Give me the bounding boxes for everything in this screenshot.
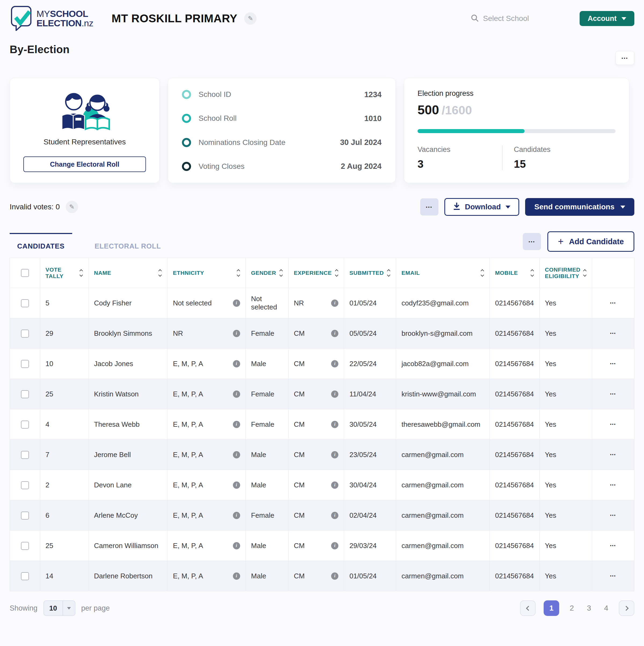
info-icon[interactable]: i xyxy=(233,330,240,337)
row-checkbox[interactable] xyxy=(21,330,29,338)
col-name[interactable]: NAME xyxy=(89,258,168,288)
cell-mobile: 0214567684 xyxy=(490,318,539,349)
row-checkbox[interactable] xyxy=(21,481,29,489)
info-icon[interactable]: i xyxy=(331,421,338,428)
ellipsis-icon: ••• xyxy=(529,239,535,244)
sort-icon xyxy=(80,270,83,276)
info-icon[interactable]: i xyxy=(331,481,338,489)
select-school-input[interactable] xyxy=(483,14,547,23)
col-ethnicity[interactable]: ETHNICITY xyxy=(168,258,245,288)
info-icon[interactable]: i xyxy=(233,451,240,458)
info-icon[interactable]: i xyxy=(233,360,240,367)
search-icon xyxy=(471,14,479,23)
info-icon[interactable]: i xyxy=(233,421,240,428)
info-icon[interactable]: i xyxy=(331,360,338,367)
row-more-button[interactable]: ••• xyxy=(598,361,629,366)
prev-page-button[interactable] xyxy=(520,601,536,616)
row-more-button[interactable]: ••• xyxy=(598,543,629,548)
row-checkbox[interactable] xyxy=(21,299,29,307)
edit-school-name-button[interactable]: ✎ xyxy=(244,12,256,25)
page-4-button[interactable]: 4 xyxy=(602,604,611,613)
cell-gender: Male xyxy=(245,440,288,470)
info-icon[interactable]: i xyxy=(331,330,338,337)
cell-mobile: 0214567684 xyxy=(490,379,539,409)
tab-electoral-roll[interactable]: ELECTORAL ROLL xyxy=(87,233,169,250)
row-more-button[interactable]: ••• xyxy=(598,574,629,578)
info-icon[interactable]: i xyxy=(331,512,338,519)
row-checkbox[interactable] xyxy=(21,360,29,368)
info-icon[interactable]: i xyxy=(233,542,240,549)
page-2-button[interactable]: 2 xyxy=(567,604,576,613)
col-mobile[interactable]: MOBILE xyxy=(490,258,539,288)
add-candidate-button[interactable]: + Add Candidate xyxy=(547,231,634,252)
col-confirmed-eligibility[interactable]: CONFIRMED ELIGIBILITY xyxy=(539,258,592,288)
cell-gender: Not selected xyxy=(245,288,288,318)
ring-icon xyxy=(182,90,191,99)
tab-candidates[interactable]: CANDIDATES xyxy=(10,233,72,250)
col-gender[interactable]: GENDER xyxy=(245,258,288,288)
cell-vote-tally: 10 xyxy=(40,349,89,379)
row-checkbox[interactable] xyxy=(21,421,29,429)
download-button[interactable]: Download xyxy=(444,198,520,216)
info-icon[interactable]: i xyxy=(233,391,240,398)
election-more-button[interactable]: ••• xyxy=(616,51,634,65)
cell-actions: ••• xyxy=(592,500,634,531)
cell-submitted: 30/04/24 xyxy=(344,470,396,500)
send-communications-button[interactable]: Send communications xyxy=(525,198,634,216)
row-more-button[interactable]: ••• xyxy=(598,422,629,426)
info-icon[interactable]: i xyxy=(331,542,338,549)
row-checkbox[interactable] xyxy=(21,542,29,550)
cell-experience: CMi xyxy=(288,561,344,591)
col-submitted[interactable]: SUBMITTED xyxy=(344,258,396,288)
row-checkbox[interactable] xyxy=(21,512,29,520)
next-page-button[interactable] xyxy=(619,601,634,616)
row-more-button[interactable]: ••• xyxy=(598,483,629,487)
row-more-button[interactable]: ••• xyxy=(598,513,629,518)
progress-stats: Vacancies 3 Candidates 15 xyxy=(418,145,616,170)
row-more-button[interactable]: ••• xyxy=(598,392,629,396)
col-experience[interactable]: EXPERIENCE xyxy=(288,258,344,288)
table-footer: Showing 10 per page 1 2 3 4 xyxy=(10,601,634,627)
table-more-button[interactable]: ••• xyxy=(523,233,541,250)
row-more-button[interactable]: ••• xyxy=(598,301,629,305)
cell-vote-tally: 14 xyxy=(40,561,89,591)
row-checkbox[interactable] xyxy=(21,451,29,459)
info-icon[interactable]: i xyxy=(331,451,338,458)
cell-email: theresawebb@gmail.com xyxy=(396,409,490,440)
logo-wordmark: MYSCHOOL ELECTION.nz xyxy=(36,9,93,28)
row-checkbox[interactable] xyxy=(21,572,29,580)
cell-submitted: 11/04/24 xyxy=(344,379,396,409)
account-button[interactable]: Account xyxy=(579,11,634,26)
cell-gender: Male xyxy=(245,349,288,379)
info-icon[interactable]: i xyxy=(233,481,240,489)
info-icon[interactable]: i xyxy=(331,300,338,307)
row-more-button[interactable]: ••• xyxy=(598,452,629,457)
logo-checkmark-bubble-icon xyxy=(10,5,33,32)
select-all-checkbox[interactable] xyxy=(21,269,29,277)
cell-name: Cameron Williamson xyxy=(89,531,168,561)
vacancies-stat: Vacancies 3 xyxy=(418,145,502,170)
info-icon[interactable]: i xyxy=(233,512,240,519)
row-more-button[interactable]: ••• xyxy=(598,331,629,335)
actions-more-button[interactable]: ••• xyxy=(420,198,438,216)
cell-name: Arlene McCoy xyxy=(89,500,168,531)
cell-email: codyf235@gmail.com xyxy=(396,288,490,318)
row-checkbox[interactable] xyxy=(21,390,29,398)
info-icon[interactable]: i xyxy=(331,572,338,580)
info-icon[interactable]: i xyxy=(233,572,240,580)
cell-select xyxy=(10,318,40,349)
cell-select xyxy=(10,288,40,318)
candidates-stat: Candidates 15 xyxy=(502,145,586,170)
cell-email: carmen@gmail.com xyxy=(396,531,490,561)
info-icon[interactable]: i xyxy=(331,391,338,398)
edit-invalid-votes-button[interactable]: ✎ xyxy=(66,201,78,213)
col-email[interactable]: EMAIL xyxy=(396,258,490,288)
change-electoral-roll-button[interactable]: Change Electoral Roll xyxy=(23,156,146,172)
page-3-button[interactable]: 3 xyxy=(584,604,594,613)
page-1-button[interactable]: 1 xyxy=(544,601,559,616)
info-icon[interactable]: i xyxy=(233,300,240,307)
candidates-table: VOTE TALLY NAME ETHNICITY GENDER EXPERIE… xyxy=(10,258,634,591)
per-page-select[interactable]: 10 xyxy=(43,601,76,616)
cell-vote-tally: 7 xyxy=(40,440,89,470)
col-vote-tally[interactable]: VOTE TALLY xyxy=(40,258,89,288)
